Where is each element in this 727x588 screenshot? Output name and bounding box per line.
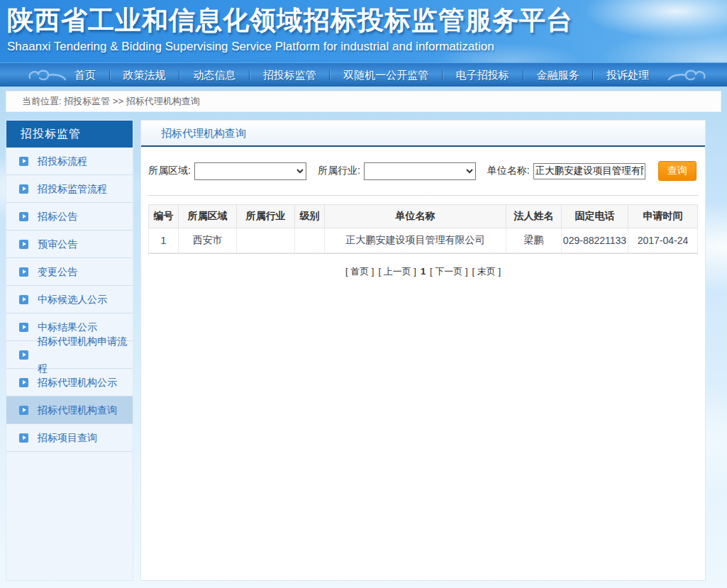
pagination-current-page: 1	[421, 266, 426, 277]
play-icon	[19, 212, 28, 221]
region-select[interactable]	[194, 162, 306, 180]
play-icon	[19, 184, 28, 194]
sidebar-item[interactable]: 招投标监管流程	[6, 175, 133, 203]
table-body: 1西安市正大鹏安建设项目管理有限公司梁鹏029-882211332017-04-…	[149, 228, 698, 253]
table-cell: 西安市	[179, 228, 237, 253]
sidebar: 招投标监管 招投标流程招投标监管流程招标公告预审公告变更公告中标候选人公示中标结…	[6, 120, 133, 581]
table-cell: 2017-04-24	[628, 228, 698, 253]
sidebar-item-label: 招标项目查询	[38, 424, 97, 451]
sidebar-item-label: 招标公告	[38, 203, 77, 230]
query-form: 所属区域: 所属行业: 单位名称: 查询	[141, 147, 705, 191]
sidebar-item[interactable]: 招标代理机构公示	[6, 369, 133, 396]
nav-item[interactable]: 电子招投标	[449, 63, 516, 87]
table-cell: 梁鹏	[506, 228, 562, 253]
industry-label: 所属行业:	[318, 165, 360, 177]
nav-item[interactable]: 政策法规	[116, 63, 173, 87]
table-cell	[295, 228, 325, 253]
sidebar-item-label: 中标候选人公示	[38, 286, 107, 313]
divider	[148, 253, 698, 254]
sidebar-item[interactable]: 招标代理机构查询	[6, 396, 133, 424]
region-label: 所属区域:	[148, 165, 191, 177]
table-row: 1西安市正大鹏安建设项目管理有限公司梁鹏029-882211332017-04-…	[149, 228, 698, 253]
nav-separator	[442, 70, 443, 80]
results-table: 编号所属区域所属行业级别单位名称法人姓名固定电话申请时间 1西安市正大鹏安建设项…	[148, 204, 698, 253]
content-area: 招投标监管 招投标流程招投标监管流程招标公告预审公告变更公告中标候选人公示中标结…	[6, 120, 706, 581]
nav-item[interactable]: 招投标监管	[256, 63, 323, 87]
sidebar-item[interactable]: 招标代理机构申请流程	[6, 341, 133, 369]
play-icon	[19, 240, 28, 249]
search-button[interactable]: 查询	[658, 161, 697, 181]
table-cell: 正大鹏安建设项目管理有限公司	[325, 228, 506, 253]
sidebar-item[interactable]: 中标候选人公示	[6, 286, 133, 314]
sidebar-title: 招投标监管	[6, 121, 133, 148]
column-header: 所属区域	[179, 205, 237, 228]
play-icon	[19, 157, 28, 166]
results-table-wrap: 编号所属区域所属行业级别单位名称法人姓名固定电话申请时间 1西安市正大鹏安建设项…	[141, 196, 705, 253]
main-nav: 首页政策法规动态信息招投标监管双随机一公开监管电子招投标金融服务投诉处理	[0, 62, 727, 87]
sidebar-item[interactable]: 招投标流程	[6, 148, 133, 175]
sidebar-item-label: 招投标流程	[38, 148, 87, 174]
nav-item[interactable]: 首页	[67, 63, 103, 87]
column-header: 固定电话	[562, 205, 628, 228]
cloud-swirl-icon	[27, 67, 67, 84]
pagination-link[interactable]: [ 下一页 ]	[430, 266, 467, 277]
sidebar-item-label: 预审公告	[38, 231, 77, 257]
play-icon	[19, 267, 28, 277]
play-icon	[19, 295, 28, 304]
sidebar-item-label: 招标代理机构公示	[38, 369, 117, 396]
nav-menu: 首页政策法规动态信息招投标监管双随机一公开监管电子招投标金融服务投诉处理	[0, 63, 727, 87]
site-subtitle: Shaanxi Tendering & Bidding Supervising …	[7, 40, 727, 54]
play-icon	[19, 378, 28, 387]
pagination-link[interactable]: [ 上一页 ]	[378, 266, 416, 277]
sidebar-item-label: 招标代理机构查询	[38, 396, 117, 423]
table-cell: 1	[149, 228, 179, 253]
nav-item[interactable]: 金融服务	[529, 63, 586, 87]
nav-item[interactable]: 动态信息	[186, 63, 243, 87]
pagination: [ 首页 ][ 上一页 ]1[ 下一页 ][ 末页 ]	[141, 265, 705, 278]
column-header: 级别	[295, 205, 325, 228]
nav-separator	[109, 70, 110, 80]
sidebar-item[interactable]: 变更公告	[6, 258, 133, 286]
column-header: 单位名称	[325, 205, 506, 228]
sidebar-menu: 招投标流程招投标监管流程招标公告预审公告变更公告中标候选人公示中标结果公示招标代…	[6, 148, 133, 452]
column-header: 所属行业	[237, 205, 295, 228]
column-header: 法人姓名	[506, 205, 562, 228]
nav-item[interactable]: 投诉处理	[599, 63, 656, 87]
cloud-swirl-icon	[667, 67, 707, 84]
play-icon	[19, 350, 28, 360]
site-header: 陕西省工业和信息化领域招标投标监管服务平台 Shaanxi Tendering …	[0, 0, 727, 62]
sidebar-item[interactable]: 招标项目查询	[6, 424, 133, 452]
play-icon	[19, 406, 28, 415]
pagination-link[interactable]: [ 末页 ]	[472, 266, 501, 277]
sidebar-item-label: 变更公告	[38, 258, 77, 285]
company-input[interactable]	[533, 163, 645, 179]
main-panel: 招标代理机构查询 所属区域: 所属行业: 单位名称: 查询 编号所属区域所属行业…	[140, 120, 706, 581]
sidebar-item[interactable]: 招标公告	[6, 203, 133, 231]
industry-select[interactable]	[364, 162, 476, 180]
table-cell: 029-88221133	[562, 228, 628, 253]
breadcrumb-text: 当前位置: 招投标监管 >> 招标代理机构查询	[22, 96, 200, 106]
table-cell	[237, 228, 295, 253]
sidebar-item-label: 招投标监管流程	[38, 175, 107, 202]
nav-item[interactable]: 双随机一公开监管	[336, 63, 435, 87]
column-header: 申请时间	[628, 205, 698, 228]
play-icon	[19, 323, 28, 332]
nav-separator	[179, 70, 179, 80]
table-head: 编号所属区域所属行业级别单位名称法人姓名固定电话申请时间	[149, 205, 698, 228]
panel-title: 招标代理机构查询	[141, 121, 705, 147]
page: 陕西省工业和信息化领域招标投标监管服务平台 Shaanxi Tendering …	[0, 0, 727, 588]
sidebar-item[interactable]: 预审公告	[6, 231, 133, 258]
nav-separator	[249, 70, 250, 80]
company-label: 单位名称:	[487, 165, 530, 177]
nav-separator	[329, 70, 330, 80]
play-icon	[19, 433, 28, 443]
site-title: 陕西省工业和信息化领域招标投标监管服务平台	[7, 4, 727, 37]
pagination-link[interactable]: [ 首页 ]	[345, 266, 374, 277]
nav-separator	[523, 70, 523, 80]
breadcrumb: 当前位置: 招投标监管 >> 招标代理机构查询	[6, 91, 721, 112]
nav-separator	[592, 70, 593, 80]
column-header: 编号	[149, 205, 179, 228]
